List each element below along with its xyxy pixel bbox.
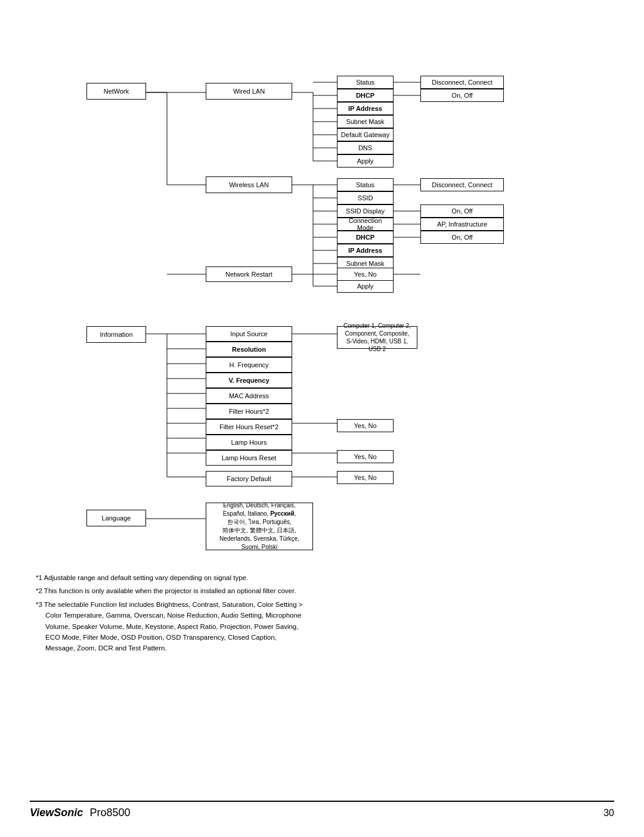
language-label: Language (102, 514, 131, 522)
factory-default-option: Yes, No (337, 471, 394, 484)
note-2: *2 This function is only available when … (36, 585, 614, 596)
wired-lan-box: Wired LAN (206, 83, 292, 100)
mac-address-box: MAC Address (206, 388, 292, 404)
resolution-box: Resolution (206, 342, 292, 357)
note-1: *1 Adjustable range and default setting … (36, 572, 614, 583)
wired-gateway-box: Default Gateway (337, 128, 394, 141)
information-box: Information (86, 326, 146, 343)
wired-lan-label: Wired LAN (233, 88, 265, 95)
wireless-dhcp-box: DHCP (337, 231, 394, 244)
h-freq-box: H. Frequency (206, 357, 292, 373)
network-box: NetWork (86, 83, 146, 100)
brand-name: ViewSonic (30, 807, 83, 819)
wired-dhcp-box: DHCP (337, 89, 394, 102)
network-restart-label: Network Restart (225, 271, 273, 278)
wired-status-option: Disconnect, Connect (420, 76, 504, 89)
wireless-ssid-box: SSID (337, 191, 394, 204)
wired-dhcp-option: On, Off (420, 89, 504, 102)
page: NetWork Wired LAN Status DHCP IP Address… (0, 0, 644, 837)
filter-hours-box: Filter Hours*2 (206, 404, 292, 419)
wireless-ip-box: IP Address (337, 244, 394, 257)
language-options-box: English, Deutsch, Français,Español, Ital… (206, 503, 313, 550)
input-source-box: Input Source (206, 326, 292, 342)
connector-lines (36, 36, 608, 554)
wireless-conn-mode-option: AP, Infrastructure (420, 218, 504, 231)
diagram: NetWork Wired LAN Status DHCP IP Address… (36, 36, 608, 554)
filter-hours-reset-box: Filter Hours Reset*2 (206, 419, 292, 435)
wireless-lan-label: Wireless LAN (229, 181, 269, 188)
wireless-status-box: Status (337, 178, 394, 191)
wired-subnet-box: Subnet Mask (337, 115, 394, 128)
wired-apply-box: Apply (337, 154, 394, 168)
network-label: NetWork (104, 88, 129, 95)
footer-brand: ViewSonic Pro8500 (30, 807, 130, 819)
wireless-ssid-display-option: On, Off (420, 204, 504, 218)
lamp-hours-reset-box: Lamp Hours Reset (206, 450, 292, 466)
model-name: Pro8500 (89, 807, 130, 819)
network-restart-box: Network Restart (206, 266, 292, 282)
v-freq-box: V. Frequency (206, 373, 292, 388)
factory-default-box: Factory Default (206, 471, 292, 486)
notes-section: *1 Adjustable range and default setting … (30, 572, 614, 654)
footer: ViewSonic Pro8500 30 (30, 801, 614, 819)
input-source-option: Computer 1, Computer 2,Component, Compos… (337, 326, 417, 349)
note-3: *3 The selectable Function list includes… (36, 599, 614, 654)
wireless-status-option: Disconnect, Connect (420, 178, 504, 191)
wireless-ssid-display-box: SSID Display (337, 204, 394, 218)
language-box: Language (86, 510, 146, 526)
wired-ip-box: IP Address (337, 102, 394, 115)
footer-page-number: 30 (603, 808, 614, 819)
wireless-lan-box: Wireless LAN (206, 176, 292, 193)
wireless-dhcp-option: On, Off (420, 231, 504, 244)
network-restart-option: Yes, No (337, 268, 394, 281)
information-label: Information (100, 331, 132, 338)
wireless-conn-mode-box: Connection Mode (337, 218, 394, 231)
wired-dns-box: DNS (337, 141, 394, 154)
lamp-hours-reset-option: Yes, No (337, 450, 394, 463)
filter-hours-reset-option: Yes, No (337, 419, 394, 432)
lamp-hours-box: Lamp Hours (206, 435, 292, 450)
wireless-apply-box: Apply (337, 280, 394, 293)
wired-status-box: Status (337, 76, 394, 89)
